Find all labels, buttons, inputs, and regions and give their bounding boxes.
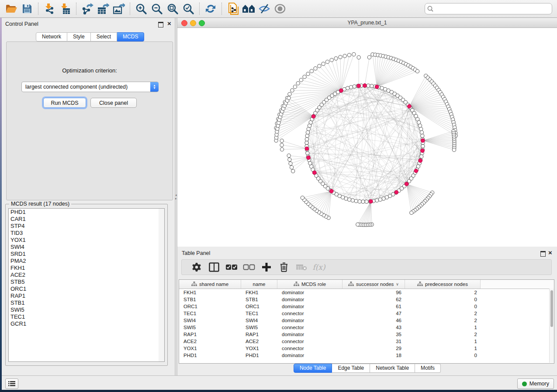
cell[interactable]: dominator bbox=[277, 352, 343, 359]
cell[interactable]: STB1 bbox=[179, 296, 241, 303]
cell[interactable]: ORC1 bbox=[179, 303, 241, 310]
cell[interactable]: RAP1 bbox=[241, 331, 277, 338]
cell[interactable]: 1 bbox=[405, 338, 481, 345]
column-header-name[interactable]: name bbox=[241, 280, 277, 289]
cell[interactable]: 43 bbox=[343, 324, 405, 331]
mcds-result-item[interactable]: STP4 bbox=[9, 223, 159, 230]
cell[interactable]: FKH1 bbox=[241, 289, 277, 296]
table-row[interactable]: TEC1TEC1connector472 bbox=[179, 310, 554, 317]
cell[interactable]: 29 bbox=[343, 345, 405, 352]
table-float-icon[interactable] bbox=[540, 251, 546, 257]
mcds-result-item[interactable]: YOX1 bbox=[9, 237, 159, 244]
export-image-icon[interactable] bbox=[111, 2, 127, 16]
cell[interactable]: RAP1 bbox=[179, 331, 241, 338]
cell[interactable]: dominator bbox=[277, 317, 343, 324]
column-header-predecessor-nodes[interactable]: predecessor nodes bbox=[405, 280, 481, 289]
mcds-result-item[interactable]: SWI5 bbox=[9, 306, 159, 313]
cell[interactable]: TEC1 bbox=[241, 310, 277, 317]
table-tab-network-table[interactable]: Network Table bbox=[370, 364, 415, 373]
cell[interactable]: dominator bbox=[277, 289, 343, 296]
mcds-result-item[interactable]: ACE2 bbox=[9, 272, 159, 279]
cell[interactable]: 0 bbox=[405, 352, 481, 359]
cell[interactable]: 35 bbox=[343, 331, 405, 338]
network-window-titlebar[interactable]: YPA_prune.txt_1 bbox=[177, 18, 557, 28]
search-box[interactable] bbox=[425, 3, 552, 14]
control-tab-select[interactable]: Select bbox=[91, 32, 117, 41]
cell[interactable]: SWI4 bbox=[179, 317, 241, 324]
table-scrollbar-thumb[interactable] bbox=[550, 290, 553, 327]
mcds-result-item[interactable]: STB1 bbox=[9, 299, 159, 306]
table-tab-motifs[interactable]: Motifs bbox=[415, 364, 441, 373]
cell[interactable]: YOX1 bbox=[241, 345, 277, 352]
cell[interactable]: PHD1 bbox=[241, 352, 277, 359]
cell[interactable]: 96 bbox=[343, 289, 405, 296]
cell[interactable]: 2 bbox=[405, 331, 481, 338]
cell[interactable]: 2 bbox=[405, 317, 481, 324]
cell[interactable]: 0 bbox=[405, 303, 481, 310]
select-all-rows-icon[interactable] bbox=[223, 261, 240, 274]
cell[interactable]: ORC1 bbox=[241, 303, 277, 310]
open-session-icon[interactable] bbox=[3, 2, 19, 16]
table-row[interactable]: PHD1PHD1dominator180 bbox=[179, 352, 554, 359]
cell[interactable]: YOX1 bbox=[179, 345, 241, 352]
cell[interactable]: 0 bbox=[405, 296, 481, 303]
close-panel-icon[interactable]: × bbox=[167, 20, 171, 28]
cell[interactable]: 62 bbox=[343, 296, 405, 303]
cell[interactable]: SWI4 bbox=[241, 317, 277, 324]
cell[interactable]: STB1 bbox=[241, 296, 277, 303]
cell[interactable]: 1 bbox=[405, 345, 481, 352]
float-panel-icon[interactable] bbox=[158, 22, 163, 28]
mcds-list-scrollbar[interactable] bbox=[159, 208, 165, 362]
show-graphics-details-icon[interactable] bbox=[272, 2, 288, 16]
zoom-in-icon[interactable] bbox=[133, 2, 149, 16]
column-header-shared-name[interactable]: shared name bbox=[179, 280, 241, 289]
run-mcds-button[interactable]: Run MCDS bbox=[43, 98, 86, 108]
table-row[interactable]: SWI5SWI5connector431 bbox=[179, 324, 554, 331]
table-tab-edge-table[interactable]: Edge Table bbox=[332, 364, 370, 373]
cell[interactable]: 46 bbox=[343, 317, 405, 324]
cell[interactable]: 18 bbox=[343, 352, 405, 359]
cell[interactable]: SWI5 bbox=[179, 324, 241, 331]
mcds-result-item[interactable]: GCR1 bbox=[9, 320, 159, 327]
cell[interactable]: 2 bbox=[405, 289, 481, 296]
task-history-button[interactable] bbox=[5, 378, 18, 389]
control-tab-network[interactable]: Network bbox=[36, 32, 67, 41]
column-settings-icon[interactable] bbox=[188, 261, 205, 274]
table-scrollbar[interactable] bbox=[549, 289, 554, 363]
zoom-selected-icon[interactable] bbox=[180, 2, 196, 16]
optimization-criterion-select[interactable]: largest connected component (undirected)… bbox=[21, 82, 159, 92]
cell[interactable]: TEC1 bbox=[179, 310, 241, 317]
table-close-icon[interactable]: × bbox=[548, 249, 552, 257]
export-table-icon[interactable] bbox=[95, 2, 111, 16]
function-builder-icon[interactable]: f(x) bbox=[310, 261, 328, 274]
mcds-result-item[interactable]: SRD1 bbox=[9, 251, 159, 258]
cell[interactable]: ACE2 bbox=[241, 338, 277, 345]
show-column-icon[interactable] bbox=[205, 261, 223, 274]
mcds-result-item[interactable]: CAR1 bbox=[9, 216, 159, 223]
table-row[interactable]: ORC1ORC1dominator610 bbox=[179, 303, 554, 310]
memory-button[interactable]: Memory bbox=[517, 378, 554, 389]
cell[interactable]: 31 bbox=[343, 338, 405, 345]
cell[interactable]: 61 bbox=[343, 303, 405, 310]
mcds-result-item[interactable]: PHD1 bbox=[9, 209, 159, 216]
delete-selected-rows-icon[interactable] bbox=[275, 261, 293, 274]
save-session-icon[interactable] bbox=[19, 2, 35, 16]
mcds-result-list[interactable]: PHD1CAR1STP4TID3YOX1SWI4SRD1PMA2FKH1ACE2… bbox=[8, 208, 159, 362]
cell[interactable]: dominator bbox=[277, 296, 343, 303]
mcds-result-item[interactable]: TID3 bbox=[9, 230, 159, 237]
search-input[interactable] bbox=[435, 4, 552, 13]
cell[interactable]: ACE2 bbox=[179, 338, 241, 345]
delete-table-icon[interactable] bbox=[293, 261, 310, 274]
splitter-collapse-icon[interactable]: ◂▸ bbox=[175, 193, 177, 200]
hide-graphics-details-icon[interactable] bbox=[256, 2, 272, 16]
deselect-all-rows-icon[interactable] bbox=[240, 261, 258, 274]
zoom-out-icon[interactable] bbox=[149, 2, 165, 16]
mcds-result-item[interactable]: TEC1 bbox=[9, 313, 159, 320]
mcds-result-item[interactable]: ORC1 bbox=[9, 285, 159, 292]
cell[interactable]: connector bbox=[277, 345, 343, 352]
table-row[interactable]: STB1STB1dominator620 bbox=[179, 296, 554, 303]
cell[interactable]: FKH1 bbox=[179, 289, 241, 296]
cell[interactable]: connector bbox=[277, 310, 343, 317]
table-row[interactable]: YOX1YOX1connector291 bbox=[179, 345, 554, 352]
import-table-icon[interactable] bbox=[57, 2, 73, 16]
